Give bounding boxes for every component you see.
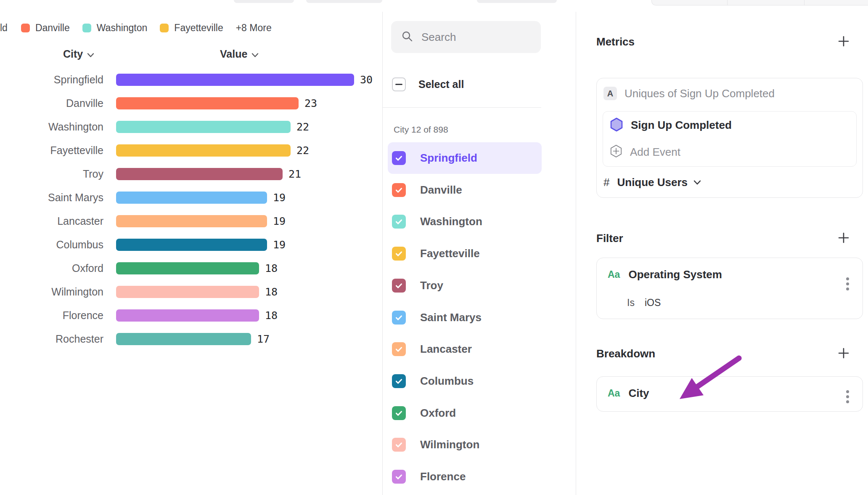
chart-bar-value: 19 [273,215,286,227]
add-metric-button[interactable] [836,34,851,49]
chart-bar-value: 22 [296,121,309,133]
add-breakdown-button[interactable] [836,346,851,361]
chart-row: Lancaster19 [0,209,381,233]
cutoff-tab [306,0,382,3]
picker-item-columbus[interactable]: Columbus [388,365,542,397]
filter-value-label: iOS [645,297,661,309]
filter-condition-row[interactable]: Is iOS [627,297,661,309]
checked-checkbox[interactable] [392,311,406,325]
metric-summary-row[interactable]: A Uniques of Sign Up Completed [603,87,856,100]
select-all-checkbox[interactable] [392,77,406,91]
legend-item[interactable]: Washington [82,22,148,34]
chart-bar[interactable] [116,144,291,157]
legend-swatch [82,24,91,32]
checked-checkbox[interactable] [392,406,406,420]
kebab-menu-icon[interactable] [844,389,851,405]
sort-header-city-label: City [63,48,83,60]
add-filter-button[interactable] [836,230,851,245]
picker-item-danville[interactable]: Danville [388,174,542,206]
chart-row-label: Troy [0,168,103,180]
chart-row-label: Columbus [0,239,103,251]
picker-item-lancaster[interactable]: Lancaster [388,333,542,365]
select-all-row[interactable]: Select all [392,77,464,91]
plus-icon [837,35,850,48]
picker-item-oxford[interactable]: Oxford [388,397,542,429]
search-input[interactable] [421,30,526,44]
chart-bar[interactable] [116,192,267,204]
chart-bar[interactable] [116,286,259,298]
chart-bar-value: 23 [304,97,317,109]
cutoff-tab [234,0,294,3]
filter-card[interactable]: Aa Operating System Is iOS [596,258,863,319]
add-event-hexagon-icon [610,144,622,160]
chart-bar-value: 17 [257,333,270,345]
picker-item-springfield[interactable]: Springfield [388,142,542,174]
filter-operator-label: Is [627,297,635,309]
search-box[interactable] [391,21,541,53]
metric-summary-label: Uniques of Sign Up Completed [625,87,775,100]
event-hexagon-icon [610,117,623,133]
breakdown-card[interactable]: Aa City [596,376,863,412]
picker-item-wilmington[interactable]: Wilmington [388,429,542,460]
aggregation-symbol: # [603,176,609,189]
filter-property-row[interactable]: Aa Operating System [597,258,863,281]
metric-letter-badge: A [603,87,617,100]
event-row[interactable]: Sign Up Completed [603,112,856,139]
breakdown-property-row[interactable]: Aa City [597,377,863,400]
chart-bar[interactable] [116,168,283,180]
chart-rows: Springfield30Danville23Washington22Fayet… [0,68,381,351]
chart-row-label: Fayetteville [0,144,103,157]
chart-row: Danville23 [0,91,381,115]
kebab-menu-icon[interactable] [844,276,851,292]
search-icon [401,30,413,44]
checked-checkbox[interactable] [392,438,406,452]
indeterminate-minus-icon [395,84,402,85]
picker-item-florence[interactable]: Florence [388,461,542,492]
chart-bar[interactable] [116,262,259,274]
chart-row: Springfield30 [0,68,381,91]
picker-item-troy[interactable]: Troy [388,270,542,301]
checked-checkbox[interactable] [392,374,406,388]
checked-checkbox[interactable] [392,183,406,197]
chart-row: Saint Marys19 [0,186,381,209]
chart-row-label: Springfield [0,74,103,86]
aggregation-label: Unique Users [617,176,688,189]
string-type-badge: Aa [608,269,620,280]
checked-checkbox[interactable] [392,279,406,293]
chart-bar-value: 30 [360,74,373,86]
chart-bar[interactable] [116,309,259,322]
plus-icon [837,232,850,244]
chart-bar[interactable] [116,215,267,227]
insights-builder-screen: ld Danville Washington Fayetteville +8 M… [0,0,868,495]
legend-item[interactable]: Danville [21,22,70,34]
chart-bar-value: 19 [273,239,286,251]
legend-label: Danville [35,22,70,34]
chart-bar[interactable] [116,74,354,86]
chart-bar[interactable] [116,239,267,251]
legend-item[interactable]: Fayetteville [160,22,223,34]
sort-header-value[interactable]: Value [220,48,259,60]
picker-item-label: Columbus [420,375,474,388]
checked-checkbox[interactable] [392,470,406,484]
checked-checkbox[interactable] [392,342,406,356]
chart-bar-value: 22 [296,144,309,157]
chart-bar[interactable] [116,333,251,345]
chevron-down-icon [693,180,701,185]
chevron-down-icon [251,48,259,60]
picker-item-saint-marys[interactable]: Saint Marys [388,302,542,333]
sort-header-city[interactable]: City [63,48,94,60]
picker-item-fayetteville[interactable]: Fayetteville [388,238,542,269]
chart-row-label: Oxford [0,262,103,274]
checked-checkbox[interactable] [392,151,406,165]
checked-checkbox[interactable] [392,247,406,261]
cutoff-segmented-control[interactable] [651,0,868,5]
aggregation-dropdown[interactable]: # Unique Users [603,176,701,189]
chart-bar[interactable] [116,121,291,133]
legend-swatch [160,24,169,32]
chart-bar[interactable] [116,97,299,109]
add-event-row[interactable]: Add Event [603,139,856,165]
chart-row-label: Florence [0,309,103,322]
checked-checkbox[interactable] [392,215,406,229]
legend-more-button[interactable]: +8 More [236,22,272,34]
picker-item-washington[interactable]: Washington [388,206,542,237]
